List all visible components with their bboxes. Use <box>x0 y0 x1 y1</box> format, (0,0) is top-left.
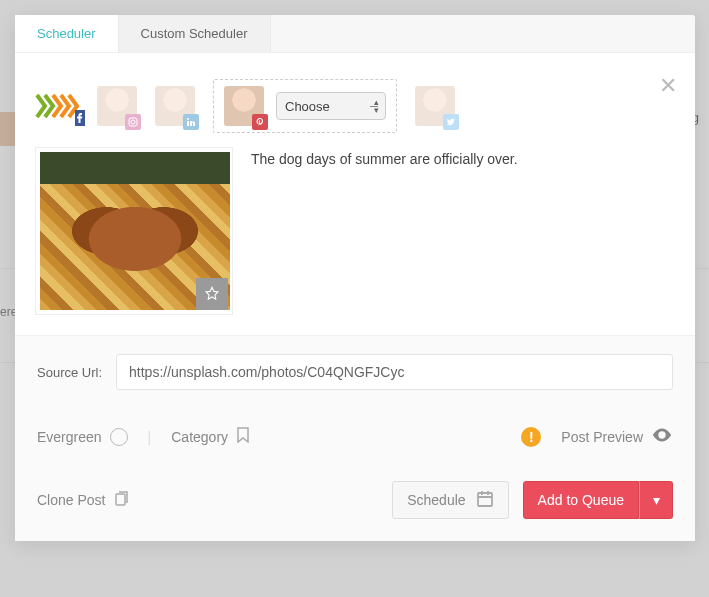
svg-point-3 <box>187 118 189 120</box>
svg-rect-0 <box>129 118 137 126</box>
warning-icon: ! <box>521 427 541 447</box>
pinterest-board-select-wrap: Choose ▴▾ <box>276 92 386 120</box>
copy-icon <box>113 491 129 510</box>
pinterest-group: Choose ▴▾ <box>213 79 397 133</box>
circle-toggle-icon <box>110 428 128 446</box>
svg-rect-6 <box>478 493 492 506</box>
close-icon[interactable]: ✕ <box>659 73 677 99</box>
scheduler-modal: Scheduler Custom Scheduler ✕ <box>15 15 695 541</box>
account-twitter[interactable] <box>415 86 455 126</box>
action-row: Clone Post Schedule Add to Queue ▾ <box>15 465 695 541</box>
category-button[interactable]: Category <box>171 427 250 446</box>
favorite-toggle[interactable] <box>196 278 228 310</box>
tab-scheduler[interactable]: Scheduler <box>15 15 119 52</box>
evergreen-label: Evergreen <box>37 429 102 445</box>
pinterest-board-select[interactable]: Choose <box>276 92 386 120</box>
calendar-icon <box>476 490 494 511</box>
account-instagram[interactable] <box>97 86 137 126</box>
eye-icon <box>651 424 673 449</box>
svg-point-1 <box>131 120 135 124</box>
modal-tabs: Scheduler Custom Scheduler <box>15 15 695 53</box>
category-label: Category <box>171 429 228 445</box>
source-url-label: Source Url: <box>37 365 102 380</box>
evergreen-toggle[interactable]: Evergreen <box>37 428 128 446</box>
svg-rect-5 <box>116 494 125 505</box>
post-preview-button[interactable]: Post Preview <box>561 424 673 449</box>
account-pinterest[interactable] <box>224 86 264 126</box>
account-linkedin[interactable] <box>155 86 195 126</box>
add-to-queue-dropdown[interactable]: ▾ <box>639 481 673 519</box>
svg-point-4 <box>660 433 664 437</box>
facebook-icon <box>75 110 85 126</box>
tab-custom-scheduler[interactable]: Custom Scheduler <box>119 15 271 52</box>
modal-footer: Source Url: Evergreen | Category ! Post … <box>15 335 695 541</box>
svg-rect-2 <box>187 121 189 126</box>
twitter-icon <box>443 114 459 130</box>
schedule-label: Schedule <box>407 492 465 508</box>
options-row: Evergreen | Category ! Post Preview <box>15 408 695 465</box>
caret-down-icon: ▾ <box>653 492 660 508</box>
pinterest-icon <box>252 114 268 130</box>
linkedin-icon <box>183 114 199 130</box>
star-icon <box>203 285 221 303</box>
accounts-row: Choose ▴▾ <box>15 53 695 143</box>
source-url-row: Source Url: <box>15 336 695 408</box>
options-divider: | <box>148 429 152 445</box>
post-caption[interactable]: The dog days of summer are officially ov… <box>251 147 675 315</box>
clone-post-label: Clone Post <box>37 492 105 508</box>
add-to-queue-group: Add to Queue ▾ <box>523 481 673 519</box>
schedule-button[interactable]: Schedule <box>392 481 508 519</box>
source-url-input[interactable] <box>116 354 673 390</box>
instagram-icon <box>125 114 141 130</box>
clone-post-button[interactable]: Clone Post <box>37 491 129 510</box>
bookmark-icon <box>236 427 250 446</box>
post-image-card <box>35 147 233 315</box>
app-logo <box>35 91 79 121</box>
content-row: The dog days of summer are officially ov… <box>15 143 695 335</box>
add-to-queue-button[interactable]: Add to Queue <box>523 481 639 519</box>
post-preview-label: Post Preview <box>561 429 643 445</box>
